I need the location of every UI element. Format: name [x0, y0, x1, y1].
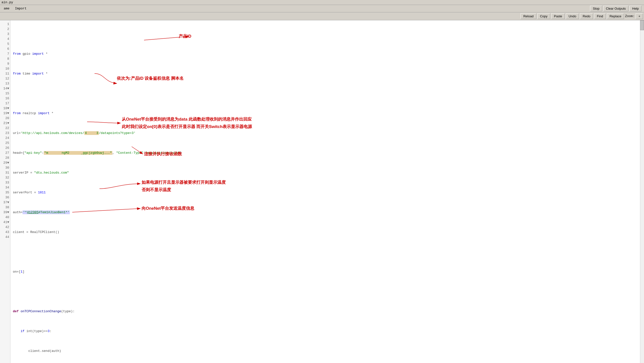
redo-button[interactable]: Redo	[580, 13, 593, 19]
line-numbers: 12345 678910 11121314▼15 161718▼19▼20 21…	[0, 20, 10, 363]
zoom-label: Zoom:	[625, 14, 634, 18]
zoom-plus-button[interactable]: +	[636, 13, 643, 19]
code-area[interactable]: from gpio import * from time import * fr…	[10, 20, 644, 363]
title-bar: ain.py	[0, 0, 644, 5]
replace-button[interactable]: Replace	[607, 13, 624, 19]
clear-outputs-button[interactable]: Clear Outputs	[603, 6, 628, 12]
stop-button[interactable]: Stop	[590, 6, 602, 12]
help-button[interactable]: Help	[630, 6, 642, 12]
editor-area: 12345 678910 11121314▼15 161718▼19▼20 21…	[0, 20, 644, 363]
find-button[interactable]: Find	[594, 13, 606, 19]
copy-button[interactable]: Copy	[537, 13, 550, 19]
window-title: ain.py	[2, 1, 13, 4]
undo-button[interactable]: Undo	[566, 13, 579, 19]
paste-button[interactable]: Paste	[551, 13, 565, 19]
menu-ame[interactable]: ame	[2, 6, 12, 11]
menu-import[interactable]: Import	[12, 6, 29, 11]
reload-button[interactable]: Reload	[520, 13, 536, 19]
